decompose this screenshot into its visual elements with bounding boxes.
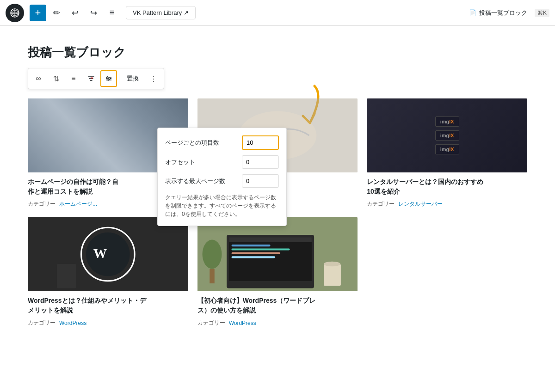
document-icon: 📄 bbox=[469, 9, 476, 16]
svg-rect-28 bbox=[231, 256, 275, 258]
sort-btn[interactable]: ⇅ bbox=[48, 70, 64, 87]
svg-rect-27 bbox=[231, 252, 280, 254]
block-title: 投稿一覧ブロック bbox=[28, 44, 527, 61]
svg-point-13 bbox=[111, 109, 159, 167]
svg-rect-23 bbox=[229, 237, 312, 281]
pattern-library-button[interactable]: VK Pattern Library ↗ bbox=[126, 6, 196, 19]
svg-point-31 bbox=[202, 239, 222, 269]
post-meta-4: カテゴリー WordPress bbox=[28, 319, 188, 327]
svg-point-6 bbox=[107, 77, 108, 78]
undo-button[interactable]: ↩ bbox=[67, 5, 83, 21]
post-title-5: 【初心者向け】WordPress（ワードプレス）の使い方を解説 bbox=[197, 296, 358, 315]
toolbar-divider bbox=[119, 73, 119, 84]
popup-hint: クエリー結果が多い場合に表示するページ数を制限できます。すべてのページを表示する… bbox=[165, 193, 279, 218]
menu-button[interactable]: ≡ bbox=[104, 5, 120, 21]
category-link-4[interactable]: WordPress bbox=[59, 320, 86, 326]
query-settings-popup: ページごとの項目数 オフセット 表示する最大ページ数 クエリー結果が多い場合に表… bbox=[157, 128, 287, 226]
post-meta-3: カテゴリー レンタルサーバー bbox=[367, 200, 527, 208]
items-per-page-label: ページごとの項目数 bbox=[165, 139, 238, 147]
items-per-page-input[interactable] bbox=[242, 135, 279, 150]
svg-rect-26 bbox=[231, 248, 290, 250]
category-label-5: カテゴリー bbox=[197, 319, 225, 327]
svg-point-18 bbox=[86, 233, 130, 276]
post-meta-5: カテゴリー WordPress bbox=[197, 319, 358, 327]
category-label-1: カテゴリー bbox=[28, 200, 56, 208]
list-layout-btn[interactable]: ≡ bbox=[65, 70, 82, 87]
svg-point-7 bbox=[109, 78, 111, 80]
toolbar-right: 📄 投稿一覧ブロック ⌘K bbox=[469, 9, 549, 17]
offset-label: オフセット bbox=[165, 158, 238, 166]
svg-text:w: w bbox=[90, 76, 93, 79]
main-content: 投稿一覧ブロック ∞ ⇅ ≡ w 置換 ⋮ bbox=[0, 26, 555, 345]
svg-point-8 bbox=[108, 80, 109, 81]
post-image-4: W bbox=[28, 217, 188, 291]
edit-button[interactable]: ✏ bbox=[48, 5, 65, 21]
category-label-4: カテゴリー bbox=[28, 319, 56, 327]
post-image-5 bbox=[197, 217, 358, 291]
posts-grid-row2: W WordPressとは？仕組みやメリット・デメリットを解説 カテゴリー Wo… bbox=[28, 217, 527, 327]
post-title-3: レンタルサーバーとは？国内のおすすめ10選を紹介 bbox=[367, 177, 527, 196]
post-card-4: W WordPressとは？仕組みやメリット・デメリットを解説 カテゴリー Wo… bbox=[28, 217, 188, 327]
category-link-5[interactable]: WordPress bbox=[229, 320, 256, 326]
max-pages-label: 表示する最大ページ数 bbox=[165, 177, 238, 185]
post-card-3: imgIX imgIX imgIX レンタルサーバーとは？国内のおすすめ10選を… bbox=[367, 98, 527, 208]
redo-button[interactable]: ↪ bbox=[85, 5, 102, 21]
more-options-btn[interactable]: ⋮ bbox=[145, 70, 162, 87]
svg-rect-12 bbox=[47, 160, 144, 164]
svg-point-30 bbox=[324, 262, 340, 267]
post-card-5: 【初心者向け】WordPress（ワードプレス）の使い方を解説 カテゴリー Wo… bbox=[197, 217, 358, 327]
svg-rect-10 bbox=[57, 111, 135, 159]
query-settings-btn[interactable] bbox=[100, 70, 117, 87]
post-card-6 bbox=[367, 217, 527, 327]
svg-rect-32 bbox=[210, 269, 215, 284]
filter-btn[interactable]: w bbox=[83, 70, 99, 87]
svg-rect-11 bbox=[59, 114, 132, 155]
items-per-page-row: ページごとの項目数 bbox=[165, 135, 279, 150]
svg-text:W: W bbox=[93, 246, 107, 261]
svg-rect-29 bbox=[324, 264, 341, 286]
max-pages-input[interactable] bbox=[242, 174, 279, 188]
post-title-4: WordPressとは？仕組みやメリット・デメリットを解説 bbox=[28, 296, 188, 315]
wp-logo[interactable] bbox=[6, 4, 24, 22]
block-toolbar: ∞ ⇅ ≡ w 置換 ⋮ bbox=[28, 68, 164, 89]
post-list-block-label: 📄 投稿一覧ブロック bbox=[469, 9, 527, 17]
offset-row: オフセット bbox=[165, 155, 279, 169]
svg-rect-20 bbox=[57, 264, 76, 288]
category-label-3: カテゴリー bbox=[367, 200, 395, 208]
add-block-button[interactable]: + bbox=[30, 5, 46, 21]
category-link-1[interactable]: ホームページ... bbox=[59, 200, 97, 208]
category-link-3[interactable]: レンタルサーバー bbox=[398, 200, 443, 208]
post-image-3: imgIX imgIX imgIX bbox=[367, 98, 527, 172]
replace-button[interactable]: 置換 bbox=[121, 72, 144, 86]
svg-rect-25 bbox=[231, 245, 270, 246]
svg-rect-24 bbox=[229, 237, 312, 242]
loop-icon-btn[interactable]: ∞ bbox=[30, 70, 47, 87]
max-pages-row: 表示する最大ページ数 bbox=[165, 174, 279, 188]
keyboard-shortcut: ⌘K bbox=[535, 9, 549, 17]
top-toolbar: + ✏ ↩ ↪ ≡ VK Pattern Library ↗ 📄 投稿一覧ブロッ… bbox=[0, 0, 555, 26]
offset-input[interactable] bbox=[242, 155, 279, 169]
